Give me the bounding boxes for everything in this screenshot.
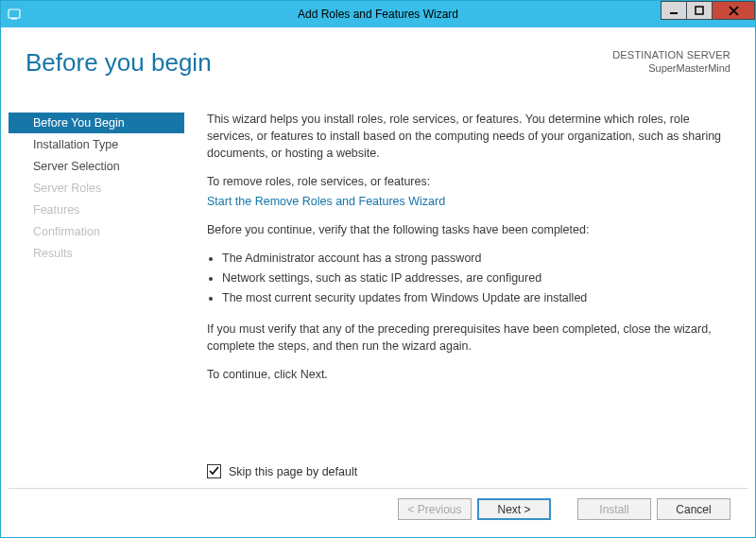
content-pane: This wizard helps you install roles, rol…: [184, 111, 730, 488]
nav-server-selection[interactable]: Server Selection: [9, 156, 184, 178]
minimize-button[interactable]: [661, 1, 687, 20]
nav-installation-type[interactable]: Installation Type: [9, 134, 184, 156]
titlebar: Add Roles and Features Wizard: [1, 1, 755, 27]
skip-checkbox[interactable]: [207, 464, 221, 478]
skip-row: Skip this page by default: [207, 463, 730, 488]
remove-label: To remove roles, role services, or featu…: [207, 173, 730, 190]
page-header: Before you begin DESTINATION SERVER Supe…: [9, 35, 747, 111]
svg-rect-1: [11, 18, 17, 20]
wizard-window: Add Roles and Features Wizard Before you…: [0, 0, 756, 538]
nav-results: Results: [9, 243, 184, 265]
svg-rect-2: [670, 12, 678, 14]
nav-server-roles: Server Roles: [9, 178, 184, 200]
continue-text: To continue, click Next.: [207, 366, 730, 383]
close-button[interactable]: [712, 1, 755, 20]
intro-text: This wizard helps you install roles, rol…: [207, 111, 730, 162]
nav-features: Features: [9, 200, 184, 221]
maximize-button[interactable]: [686, 1, 713, 20]
verify-label: Before you continue, verify that the fol…: [207, 221, 730, 238]
window-body: Before you begin DESTINATION SERVER Supe…: [1, 27, 755, 537]
install-button: Install: [577, 498, 651, 520]
list-item: Network settings, such as static IP addr…: [222, 269, 730, 286]
destination-value: SuperMasterMind: [612, 61, 730, 75]
destination-label: DESTINATION SERVER: [612, 48, 730, 61]
remove-link[interactable]: Start the Remove Roles and Features Wiza…: [207, 195, 445, 208]
nav-confirmation: Confirmation: [9, 221, 184, 243]
wizard-nav: Before You Begin Installation Type Serve…: [9, 111, 184, 488]
destination-server: DESTINATION SERVER SuperMasterMind: [612, 48, 730, 76]
window-controls: [662, 1, 755, 20]
page-title: Before you begin: [26, 48, 212, 78]
svg-rect-0: [9, 9, 20, 18]
list-item: The Administrator account has a strong p…: [222, 250, 730, 267]
cancel-button[interactable]: Cancel: [657, 498, 730, 520]
main-area: Before You Begin Installation Type Serve…: [9, 111, 747, 488]
skip-label: Skip this page by default: [229, 463, 357, 480]
svg-rect-3: [696, 7, 703, 14]
list-item: The most current security updates from W…: [222, 289, 730, 306]
next-button[interactable]: Next >: [477, 498, 551, 520]
nav-before-you-begin[interactable]: Before You Begin: [9, 113, 184, 134]
rerun-text: If you must verify that any of the prece…: [207, 321, 730, 355]
app-icon: [7, 7, 22, 22]
wizard-footer: < Previous Next > Install Cancel: [9, 488, 747, 529]
prereq-list: The Administrator account has a strong p…: [207, 250, 730, 309]
window-title: Add Roles and Features Wizard: [298, 8, 458, 21]
previous-button: < Previous: [398, 498, 472, 520]
